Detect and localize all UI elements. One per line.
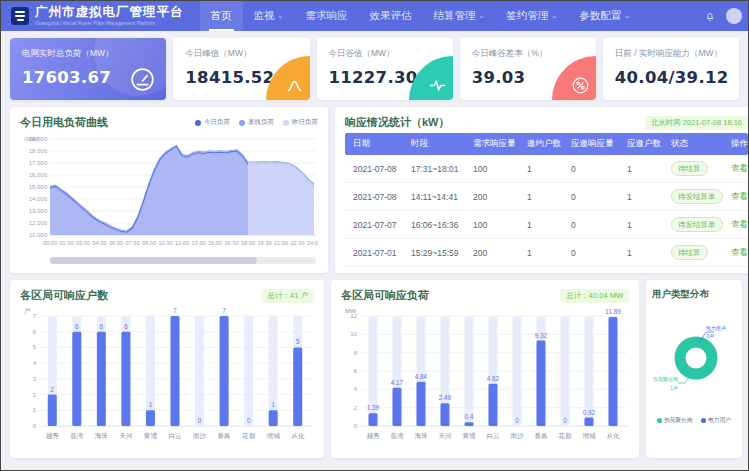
nav-item-label: 参数配置 [579, 9, 621, 23]
svg-text:荔湾: 荔湾 [390, 432, 404, 440]
svg-text:南沙: 南沙 [510, 432, 524, 440]
svg-text:MW: MW [345, 307, 356, 314]
svg-text:荔湾: 荔湾 [70, 432, 84, 440]
cell-period: 15:29~15:59 [403, 248, 465, 258]
svg-text:04:30: 04:30 [93, 240, 107, 246]
status-badge: 待结算 [671, 161, 708, 176]
cell-action: 查看 [723, 247, 748, 259]
kpi-label: 今日谷值（MW） [329, 48, 441, 60]
table-header-row: 日期时段需求响应量邀约户数应邀响应量应邀户数状态操作 [345, 133, 748, 155]
nav-item-params[interactable]: 参数配置⌄ [568, 1, 641, 31]
beijing-time-badge: 北京时间 2021-07-08 18:16 [645, 116, 748, 130]
svg-text:0户: 0户 [706, 333, 714, 339]
cell-period: 16:06~16:36 [403, 220, 465, 230]
table-row: 2021-07-0716:06~16:36100101待发结算单查看 [345, 211, 748, 239]
nav-item-label: 监视 [254, 9, 275, 23]
svg-text:白云: 白云 [168, 432, 182, 440]
gauge-icon [129, 66, 156, 93]
svg-text:03:00: 03:00 [76, 240, 90, 246]
brand: 广州市虚拟电厂管理平台 Guangzhou Virtual Power Plan… [35, 6, 184, 26]
nav-item-demand-response[interactable]: 需求响应 [294, 1, 358, 31]
user-avatar[interactable] [726, 8, 742, 24]
nav-item-contract[interactable]: 签约管理⌄ [495, 1, 568, 31]
nav: 首页监视⌄需求响应效果评估结算管理⌄签约管理⌄参数配置⌄ [200, 1, 642, 31]
cell-date: 2021-07-07 [345, 220, 403, 230]
kpi-corner [266, 56, 310, 100]
svg-text:花都: 花都 [557, 432, 572, 440]
legend-label: 昨日负荷 [292, 118, 318, 127]
cell-responded-amount: 0 [563, 192, 619, 202]
datazoom-thumb[interactable] [50, 257, 257, 264]
cell-responded-amount: 0 [563, 164, 619, 174]
table-header-cell: 操作 [723, 138, 748, 150]
bell-icon[interactable] [704, 10, 716, 22]
svg-text:7: 7 [173, 307, 177, 314]
legend-item[interactable]: 今日负荷 [195, 118, 230, 127]
kpi-label: 日前 / 实时响应能力（MW） [615, 48, 727, 60]
cell-invited: 1 [519, 164, 563, 174]
svg-text:2: 2 [51, 386, 55, 393]
legend-item[interactable]: 基线负荷 [239, 118, 274, 127]
svg-text:南沙: 南沙 [193, 432, 207, 440]
legend-label: 今日负荷 [204, 118, 230, 127]
svg-text:21:00: 21:00 [274, 240, 288, 246]
nav-item-settlement[interactable]: 结算管理⌄ [422, 1, 495, 31]
cell-status: 待发结算单 [663, 217, 723, 232]
svg-text:2.49: 2.49 [439, 394, 452, 401]
svg-text:4: 4 [354, 386, 358, 392]
cell-status: 待结算 [663, 245, 723, 260]
svg-text:4.62: 4.62 [487, 375, 500, 382]
user-type-title: 用户类型分布 [652, 288, 709, 301]
legend-item[interactable]: 负荷聚合商 [657, 416, 693, 425]
view-link[interactable]: 查看 [731, 163, 748, 173]
app-logo-icon [11, 7, 29, 25]
kpi-card-grid-realtime-load: 电网实时总负荷（MW）17603.67 [10, 38, 166, 100]
legend-item[interactable]: 电力用户 [701, 416, 731, 425]
chevron-down-icon: ⌄ [278, 12, 284, 20]
response-table: 日期时段需求响应量邀约户数应邀响应量应邀户数状态操作2021-07-0817:3… [345, 133, 748, 267]
cell-action: 查看 [723, 191, 748, 203]
cell-responded-amount: 0 [563, 248, 619, 258]
view-link[interactable]: 查看 [731, 247, 748, 257]
svg-text:5: 5 [33, 344, 37, 350]
svg-text:0: 0 [563, 417, 567, 424]
svg-text:16,000: 16,000 [29, 172, 48, 178]
kpi-row: 电网实时总负荷（MW）17603.67今日峰值（MW）18415.52今日谷值（… [10, 38, 739, 100]
nav-item-label: 首页 [211, 9, 232, 23]
svg-text:09:00: 09:00 [142, 240, 156, 246]
svg-text:4.84: 4.84 [415, 373, 428, 380]
load-curve-panel: 今日用电负荷曲线 今日负荷基线负荷昨日负荷 11,00012,00013,000… [10, 107, 328, 273]
cell-responded-users: 1 [619, 192, 663, 202]
svg-text:海珠: 海珠 [414, 432, 428, 440]
nav-item-home[interactable]: 首页 [200, 1, 243, 31]
svg-text:从化: 从化 [606, 432, 620, 440]
district_load-svg: 024681012MW1.39越秀4.17荔湾4.84海珠2.49天河0.4黄埔… [341, 306, 629, 444]
kpi-label: 今日峰谷差率（%） [472, 48, 584, 60]
svg-text:00:00: 00:00 [43, 240, 57, 246]
svg-text:7: 7 [33, 313, 37, 319]
table-header-cell: 需求响应量 [465, 138, 519, 150]
district-households-chart: 01234567户2越秀6荔湾6海珠6天河1黄埔7白云0南沙7番禺0花都1增城5… [20, 306, 314, 448]
legend-label: 负荷聚合商 [664, 416, 693, 425]
svg-text:2: 2 [33, 392, 37, 398]
svg-text:4: 4 [33, 360, 37, 366]
table-header-cell: 状态 [663, 138, 723, 150]
svg-text:白云: 白云 [486, 432, 500, 440]
cell-invited: 1 [519, 220, 563, 230]
svg-text:8: 8 [354, 350, 358, 356]
svg-text:0.4: 0.4 [465, 413, 474, 420]
table-row: 2021-07-0115:29~15:59200101待结算查看 [345, 239, 748, 267]
svg-text:6: 6 [75, 323, 79, 330]
svg-text:1: 1 [149, 401, 153, 408]
nav-item-monitor[interactable]: 监视⌄ [243, 1, 295, 31]
district-load-chart: 024681012MW1.39越秀4.17荔湾4.84海珠2.49天河0.4黄埔… [341, 306, 629, 448]
nav-item-effect-evaluation[interactable]: 效果评估 [358, 1, 422, 31]
svg-text:2: 2 [354, 405, 358, 411]
legend-item[interactable]: 昨日负荷 [283, 118, 318, 127]
svg-text:9.32: 9.32 [535, 332, 548, 339]
view-link[interactable]: 查看 [731, 191, 748, 201]
nav-item-label: 结算管理 [433, 9, 475, 23]
cell-invited: 1 [519, 248, 563, 258]
svg-text:15:00: 15:00 [208, 240, 222, 246]
view-link[interactable]: 查看 [731, 219, 748, 229]
